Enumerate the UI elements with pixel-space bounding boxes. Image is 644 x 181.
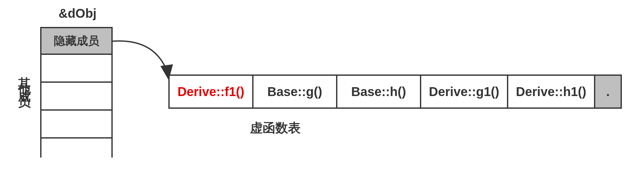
vtable-entry: Base::h() bbox=[337, 76, 421, 107]
vtable-terminator: . bbox=[595, 76, 621, 107]
object-cell-empty bbox=[40, 111, 113, 139]
vtable-entry: Derive::g1() bbox=[421, 76, 508, 107]
vtable-entry: Derive::h1() bbox=[508, 76, 595, 107]
object-address-label: &dObj bbox=[59, 6, 97, 21]
object-cell-open bbox=[40, 139, 113, 158]
object-cell-empty bbox=[40, 83, 113, 111]
hidden-member-cell: 隐藏成员 bbox=[40, 27, 113, 55]
vtable-entry: Base::g() bbox=[253, 76, 337, 107]
vtable-label: 虚函数表 bbox=[250, 119, 301, 137]
vtable-entry: Derive::f1() bbox=[170, 76, 253, 107]
object-cell-empty bbox=[40, 55, 113, 83]
other-members-label: 其他成员 bbox=[16, 67, 33, 92]
vtable: Derive::f1()Base::g()Base::h()Derive::g1… bbox=[168, 74, 622, 109]
object-memory-layout: 隐藏成员 bbox=[40, 27, 113, 158]
